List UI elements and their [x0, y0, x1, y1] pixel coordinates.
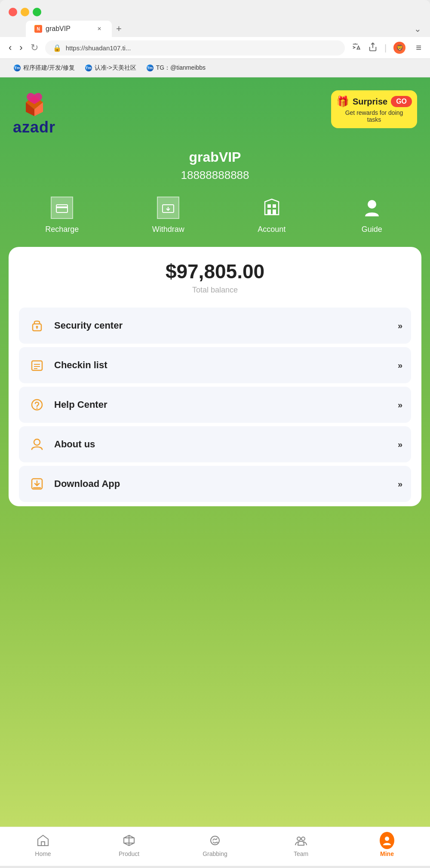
bookmark-item-3[interactable]: Tm TG：@tianmeibbs [141, 62, 211, 74]
main-card: $97,805.00 Total balance Security center [9, 247, 421, 506]
svg-rect-24 [41, 842, 45, 846]
bookmark-label-2: 认准->天美社区 [95, 64, 136, 72]
security-center-label: Security center [54, 320, 390, 331]
nav-grabbing[interactable]: Grabbing [172, 833, 258, 857]
account-icon [259, 195, 285, 221]
withdraw-label: Withdraw [152, 225, 184, 234]
address-bar: ‹ › ↻ 🔒 https://shuadan107.ti... | 🦁 ≡ [0, 37, 430, 59]
checkin-list-icon [28, 356, 46, 375]
download-app-item[interactable]: Download App » [19, 466, 411, 502]
account-action[interactable]: Account [258, 195, 286, 234]
minimize-button[interactable] [21, 8, 29, 16]
balance-label: Total balance [19, 286, 411, 295]
svg-point-29 [297, 837, 301, 840]
grabbing-icon [208, 833, 222, 848]
recharge-label: Recharge [45, 225, 79, 234]
active-tab[interactable]: N grabVIP ✕ [26, 21, 112, 37]
translate-button[interactable] [352, 42, 361, 54]
svg-rect-8 [267, 204, 271, 208]
about-us-icon [28, 435, 46, 454]
share-button[interactable] [368, 42, 378, 54]
nav-team-label: Team [294, 850, 308, 857]
nav-mine-label: Mine [380, 850, 394, 857]
checkin-list-item[interactable]: Checkin list » [19, 347, 411, 383]
svg-point-20 [34, 439, 40, 445]
nav-product-label: Product [119, 850, 139, 857]
phone-number: 18888888888 [0, 169, 430, 182]
security-center-item[interactable]: Security center » [19, 308, 411, 344]
menu-list: Security center » Checkin list » [19, 308, 411, 502]
svg-text:N: N [37, 27, 40, 31]
user-section: grabVIP 18888888888 [0, 149, 430, 182]
recharge-action[interactable]: Recharge [45, 195, 79, 234]
svg-point-19 [37, 408, 38, 409]
help-center-item[interactable]: Help Center » [19, 387, 411, 423]
reload-button[interactable]: ↻ [31, 42, 38, 53]
nav-home-label: Home [35, 850, 51, 857]
nav-home[interactable]: Home [0, 833, 86, 857]
svg-rect-7 [273, 209, 276, 215]
security-center-arrow: » [398, 321, 402, 331]
brave-icon: 🦁 [393, 42, 405, 54]
bookmark-favicon-3: Tm [147, 65, 154, 71]
url-bar[interactable]: 🔒 https://shuadan107.ti... [45, 40, 345, 55]
tab-close-button[interactable]: ✕ [95, 25, 103, 33]
guide-label: Guide [362, 225, 382, 234]
back-button[interactable]: ‹ [9, 42, 12, 53]
svg-point-30 [301, 837, 305, 840]
svg-rect-6 [267, 209, 271, 215]
help-center-icon [28, 395, 46, 414]
account-label: Account [258, 225, 286, 234]
nav-team[interactable]: Team [258, 833, 344, 857]
tab-title: grabVIP [46, 25, 71, 33]
forward-button[interactable]: › [19, 42, 22, 53]
nav-product[interactable]: Product [86, 833, 172, 857]
checkin-list-arrow: » [398, 360, 402, 370]
security-center-icon [28, 316, 46, 335]
svg-point-28 [211, 836, 219, 845]
balance-section: $97,805.00 Total balance [19, 260, 411, 295]
tab-menu-icon[interactable]: ⌄ [414, 24, 421, 34]
home-icon [36, 833, 50, 848]
help-center-arrow: » [398, 400, 402, 410]
app-header: azadr 🎁 Surprise GO Get rewards for doin… [0, 77, 430, 145]
app-content: azadr 🎁 Surprise GO Get rewards for doin… [0, 77, 430, 866]
bookmark-item-2[interactable]: Tm 认准->天美社区 [80, 62, 141, 74]
surprise-go-button[interactable]: GO [391, 96, 412, 107]
withdraw-action[interactable]: Withdraw [152, 195, 184, 234]
url-text: https://shuadan107.ti... [66, 44, 337, 52]
nav-grabbing-label: Grabbing [203, 850, 227, 857]
about-us-item[interactable]: About us » [19, 426, 411, 462]
recharge-icon [49, 195, 75, 221]
svg-rect-3 [56, 206, 68, 208]
maximize-button[interactable] [33, 8, 41, 16]
about-us-label: About us [54, 439, 390, 450]
download-app-icon [28, 474, 46, 493]
app-logo-text: azadr [13, 118, 55, 136]
close-button[interactable] [9, 8, 17, 16]
mine-icon [380, 833, 394, 848]
bookmark-label-1: 程序搭建/开发/修复 [23, 64, 75, 72]
svg-point-31 [385, 837, 389, 841]
nav-mine[interactable]: Mine [344, 833, 430, 857]
bookmark-item-1[interactable]: Tm 程序搭建/开发/修复 [9, 62, 80, 74]
bookmarks-bar: Tm 程序搭建/开发/修复 Tm 认准->天美社区 Tm TG：@tianmei… [0, 59, 430, 77]
traffic-lights [9, 8, 41, 16]
download-app-arrow: » [398, 479, 402, 489]
surprise-banner[interactable]: 🎁 Surprise GO Get rewards for doing task… [331, 90, 417, 128]
tab-favicon: N [34, 25, 42, 33]
checkin-list-label: Checkin list [54, 360, 390, 371]
surprise-subtitle: Get rewards for doing tasks [339, 109, 409, 123]
new-tab-button[interactable]: + [112, 23, 126, 34]
username: grabVIP [0, 149, 430, 165]
guide-action[interactable]: Guide [359, 195, 385, 234]
surprise-title: Surprise [353, 97, 387, 107]
product-icon [122, 833, 136, 848]
app-logo-icon [17, 90, 52, 118]
svg-point-10 [368, 200, 376, 209]
quick-actions: Recharge Withdraw [0, 182, 430, 243]
svg-point-12 [36, 326, 38, 328]
bookmark-label-3: TG：@tianmeibbs [156, 64, 206, 72]
svg-rect-9 [273, 204, 276, 208]
browser-menu-button[interactable]: ≡ [416, 42, 421, 53]
